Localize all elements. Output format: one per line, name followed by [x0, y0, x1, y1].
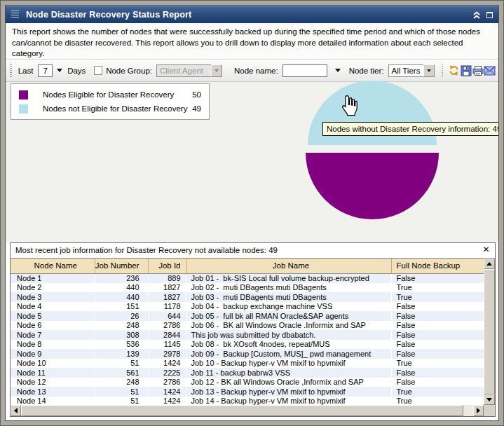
drilldown-panel: Most recent job information for Disaster… [10, 242, 496, 417]
column-header-job-id[interactable]: Job Id [148, 259, 186, 273]
table-cell: 308 [95, 330, 148, 340]
chart-tooltip: Nodes without Disaster Recovery informat… [322, 122, 499, 136]
table-cell: 248 [95, 321, 148, 331]
table-row[interactable]: Node 24401827Job 02 - muti DBagents muti… [11, 283, 484, 293]
table-cell: 2225 [148, 368, 186, 378]
refresh-icon[interactable] [448, 64, 460, 77]
node-tier-select[interactable]: All Tiers [388, 64, 435, 77]
table-cell: 1145 [148, 340, 186, 350]
close-icon[interactable]: ✕ [481, 245, 491, 255]
table-cell: 26 [95, 311, 148, 321]
table-cell: 1424 [148, 397, 186, 406]
scrollbar-corner [484, 405, 495, 416]
title-bar: Node Disaster Recovery Status Report [6, 6, 498, 23]
column-header-node-name[interactable]: Node Name [11, 259, 95, 273]
table-row[interactable]: Node 115612225Job 11 - backup babrw3 VSS… [11, 368, 484, 378]
table-cell: Job 06 - BK all Windows Oracle .Informix… [186, 321, 391, 331]
print-icon[interactable] [472, 64, 484, 77]
vertical-scrollbar[interactable] [484, 259, 495, 405]
table-row[interactable]: Node 1236889Job 01 - bk-SIS Local full v… [11, 273, 484, 283]
table-cell: 440 [95, 292, 148, 302]
table-cell: Node 8 [11, 340, 95, 350]
save-icon[interactable] [460, 64, 472, 77]
hand-cursor-icon [340, 95, 360, 118]
table-body: Node 1236889Job 01 - bk-SIS Local full v… [11, 273, 484, 406]
scroll-up-icon[interactable] [484, 259, 495, 269]
maximize-icon[interactable] [486, 12, 493, 18]
table-cell: False [391, 273, 484, 283]
node-group-select[interactable]: Client Agent [156, 64, 222, 77]
days-value-box[interactable]: 7 [38, 64, 53, 77]
table-cell: 151 [95, 302, 148, 312]
toolbar-separator [442, 64, 444, 78]
table-cell: Job 08 - bk XOsoft 4nodes, repeat/MUS [186, 340, 391, 350]
toolbar-grip-icon[interactable] [10, 64, 12, 78]
table-row[interactable]: Node 34401827Job 03 - muti DBagents muti… [11, 292, 484, 302]
node-name-input[interactable] [282, 64, 327, 77]
table-row[interactable]: Node 41511178Job 04 - backup exchange ma… [11, 302, 484, 312]
collapse-icon[interactable] [472, 11, 482, 20]
scroll-down-icon[interactable] [484, 394, 495, 405]
table-cell: 1827 [148, 283, 186, 293]
table-row[interactable]: Node 62482786Job 06 - BK all Windows Ora… [11, 321, 484, 331]
table-cell: False [391, 349, 484, 359]
drag-grip-icon[interactable] [11, 11, 19, 19]
chart-legend: Nodes Eligible for Disaster Recovery 50 … [11, 83, 210, 120]
days-label: Days [67, 67, 86, 75]
legend-item: Nodes Eligible for Disaster Recovery 50 [19, 90, 201, 99]
table-cell: 2844 [148, 330, 186, 340]
scroll-left-icon[interactable] [11, 405, 21, 416]
email-icon[interactable] [484, 64, 496, 77]
node-tier-dropdown-icon[interactable] [423, 64, 435, 77]
pie-slice-eligible[interactable] [306, 153, 439, 219]
table-cell: False [391, 311, 484, 321]
scroll-right-icon[interactable] [473, 405, 484, 416]
table-row[interactable]: Node 122482786Job 12 - BK all Windows Or… [11, 378, 484, 387]
table-cell: 536 [95, 340, 148, 350]
horizontal-scrollbar[interactable] [11, 405, 484, 416]
table-cell: True [391, 359, 484, 369]
node-group-checkbox[interactable] [94, 66, 102, 75]
table-row[interactable]: Node 73082844This job was submitted by d… [11, 330, 484, 340]
table-cell: 889 [148, 273, 186, 283]
column-header-full-node-backup[interactable]: Full Node Backup [391, 259, 484, 273]
table-cell: 440 [95, 283, 148, 293]
table-cell: True [391, 397, 484, 406]
node-name-label: Node name: [234, 67, 278, 75]
legend-swatch [19, 90, 28, 99]
table-row[interactable]: Node 13511424Job 13 - Backup hyper-v VM … [11, 387, 484, 397]
table-header-row: Node Name Job Number Job Id Job Name Ful… [11, 259, 484, 273]
report-window: Node Disaster Recovery Status Report Thi… [5, 5, 499, 421]
table-cell: Node 13 [11, 387, 95, 397]
table-cell: 1178 [148, 302, 186, 312]
days-dropdown-icon[interactable] [57, 69, 62, 75]
table-row[interactable]: Node 14511424Job 14 - Backup hyper-v VM … [11, 397, 484, 406]
table-row[interactable]: Node 91392978Job 09 - Backup [Custom, MU… [11, 349, 484, 359]
table-cell: 236 [95, 273, 148, 283]
table-cell: 1827 [148, 292, 186, 302]
node-group-dropdown-icon[interactable] [211, 64, 222, 77]
table-cell: Job 11 - backup babrw3 VSS [186, 368, 391, 378]
table-cell: Job 03 - muti DBagents muti DBagents [186, 292, 391, 302]
table-cell: False [391, 340, 484, 350]
table-cell: Job 09 - Backup [Custom, MUS]_ pwd manag… [186, 349, 391, 359]
table-cell: Job 02 - muti DBagents muti DBagents [186, 283, 391, 293]
table-row[interactable]: Node 526644Job 05 - full bk all RMAN Ora… [11, 311, 484, 321]
table-row[interactable]: Node 10511424Job 10 - Backup hyper-v VM … [11, 359, 484, 369]
table-cell: 51 [95, 359, 148, 369]
table-cell: 1424 [148, 359, 186, 369]
table-cell: Node 12 [11, 378, 95, 387]
table-cell: 248 [95, 378, 148, 387]
table-row[interactable]: Node 85361145Job 08 - bk XOsoft 4nodes, … [11, 340, 484, 350]
table-cell: True [391, 292, 484, 302]
table-cell: Job 14 - Backup hyper-v VM mixif to hpvm… [186, 397, 391, 406]
column-header-job-number[interactable]: Job Number [95, 259, 148, 273]
horizontal-scrollbar-thumb[interactable] [21, 405, 463, 416]
node-name-dropdown-icon[interactable] [335, 69, 341, 75]
table-cell: Node 5 [11, 311, 95, 321]
vertical-scrollbar-thumb[interactable] [484, 269, 495, 394]
table-cell: Node 2 [11, 283, 95, 293]
pie-chart [294, 80, 450, 235]
column-header-job-name[interactable]: Job Name [186, 259, 391, 273]
table-cell: Node 9 [11, 349, 95, 359]
